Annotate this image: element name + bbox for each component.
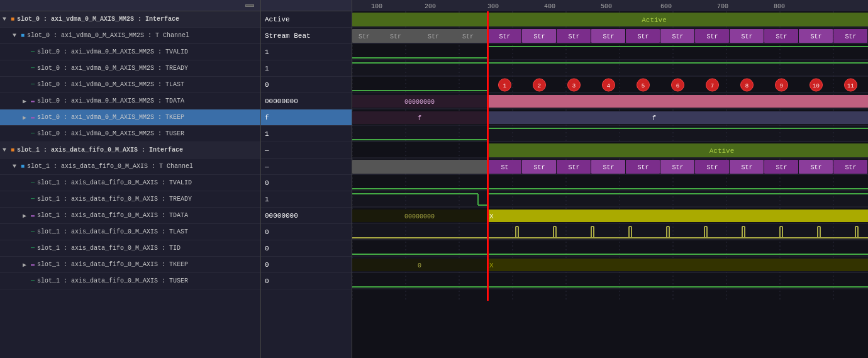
cursor-line: [487, 11, 489, 301]
svg-text:100: 100: [371, 3, 382, 10]
svg-text:Str: Str: [603, 33, 614, 40]
tree-row-3[interactable]: ─ slot_0 : axi_vdma_0_M_AXIS_MM2S : TREA…: [0, 60, 260, 77]
signal-icon-1: ■: [21, 32, 25, 39]
svg-rect-145: [352, 160, 487, 174]
tree-row-4[interactable]: ─ slot_0 : axi_vdma_0_M_AXIS_MM2S : TLAS…: [0, 77, 260, 93]
signal-icon-9: ■: [21, 163, 25, 170]
tree-row-1[interactable]: ▼ ■ slot_0 : axi_vdma_0_M_AXIS_MM2S : T …: [0, 28, 260, 44]
svg-rect-231: [487, 259, 868, 271]
svg-rect-138: [487, 111, 868, 124]
value-row-2: 1: [261, 44, 352, 60]
svg-rect-56: [352, 13, 868, 26]
value-row-13: 0: [261, 224, 352, 240]
svg-text:Str: Str: [845, 164, 856, 171]
value-row-10: 0: [261, 175, 352, 191]
svg-text:Str: Str: [637, 164, 648, 171]
expand-icon-15[interactable]: ▶: [23, 261, 29, 269]
signal-icon-7: ─: [31, 130, 35, 137]
tree-row-2[interactable]: ─ slot_0 : axi_vdma_0_M_AXIS_MM2S : TVAL…: [0, 44, 260, 60]
idle-button[interactable]: [245, 4, 254, 7]
svg-text:7: 7: [711, 83, 714, 89]
tree-row-8[interactable]: ▼ ■ slot_1 : axis_data_fifo_0_M_AXIS : I…: [0, 142, 260, 159]
expand-icon-12[interactable]: ▶: [23, 212, 29, 220]
svg-text:0: 0: [418, 262, 421, 269]
tree-label-9: slot_1 : axis_data_fifo_0_M_AXIS : T Cha…: [27, 163, 193, 170]
svg-text:Str: Str: [706, 33, 718, 40]
svg-text:Str: Str: [359, 33, 370, 40]
svg-text:Str: Str: [776, 164, 787, 171]
tree-label-14: slot_1 : axis_data_fifo_0_M_AXIS : TID: [37, 245, 181, 252]
svg-text:Str: Str: [533, 164, 545, 171]
waveform-rows: Active Str Str Str Str Str Str Str Str S…: [352, 11, 868, 301]
tree-row-14[interactable]: ─ slot_1 : axis_data_fifo_0_M_AXIS : TID: [0, 240, 260, 257]
value-row-9: —: [261, 159, 352, 175]
tree-label-4: slot_0 : axi_vdma_0_M_AXIS_MM2S : TLAST: [37, 81, 184, 88]
svg-text:Str: Str: [462, 33, 474, 40]
svg-text:Str: Str: [499, 33, 510, 40]
tree-row-10[interactable]: ─ slot_1 : axis_data_fifo_0_M_AXIS : TVA…: [0, 175, 260, 191]
signal-icon-4: ─: [31, 81, 35, 88]
svg-text:8: 8: [745, 83, 748, 89]
value-row-16: 0: [261, 273, 352, 289]
svg-text:Active: Active: [709, 147, 735, 155]
value-row-8: —: [261, 142, 352, 159]
tree-row-0[interactable]: ▼ ■ slot_0 : axi_vdma_0_M_AXIS_MM2S : In…: [0, 11, 260, 28]
svg-text:3: 3: [572, 83, 576, 89]
left-panel: ▼ ■ slot_0 : axi_vdma_0_M_AXIS_MM2S : In…: [0, 0, 261, 358]
svg-text:Str: Str: [810, 33, 821, 40]
expand-icon-9[interactable]: ▼: [13, 163, 19, 170]
time-ruler: 100 200 300 400 500 600 700 800: [352, 0, 868, 11]
value-row-3: 1: [261, 60, 352, 77]
expand-icon-1[interactable]: ▼: [13, 32, 19, 39]
svg-text:200: 200: [425, 3, 436, 10]
svg-text:f: f: [418, 115, 421, 122]
svg-text:Str: Str: [706, 164, 718, 171]
signal-icon-10: ─: [31, 179, 35, 186]
waveform-time-header: 100 200 300 400 500 600 700 800: [352, 0, 868, 11]
expand-icon-8[interactable]: ▼: [3, 147, 9, 154]
value-row-5: 00000000: [261, 93, 352, 109]
value-row-0: Active: [261, 11, 352, 28]
svg-text:1: 1: [503, 83, 506, 89]
tree-label-5: slot_0 : axi_vdma_0_M_AXIS_MM2S : TDATA: [37, 98, 184, 104]
svg-text:Str: Str: [672, 164, 683, 171]
value-row-11: 1: [261, 191, 352, 208]
waveform-container[interactable]: Active Str Str Str Str Str Str Str Str S…: [352, 11, 868, 358]
value-list: ActiveStream Beat11000000000f1——01000000…: [261, 11, 352, 358]
svg-text:5: 5: [642, 83, 645, 89]
value-row-14: 0: [261, 240, 352, 257]
tree-row-15[interactable]: ▶ ▬ slot_1 : axis_data_fifo_0_M_AXIS : T…: [0, 257, 260, 273]
signal-icon-5: ▬: [31, 98, 35, 104]
tree-row-11[interactable]: ─ slot_1 : axis_data_fifo_0_M_AXIS : TRE…: [0, 191, 260, 208]
svg-text:500: 500: [601, 3, 612, 10]
value-row-4: 0: [261, 77, 352, 93]
tree-label-11: slot_1 : axis_data_fifo_0_M_AXIS : TREAD…: [37, 196, 192, 203]
tree-label-2: slot_0 : axi_vdma_0_M_AXIS_MM2S : TVALID: [37, 48, 188, 55]
tree-row-13[interactable]: ─ slot_1 : axis_data_fifo_0_M_AXIS : TLA…: [0, 224, 260, 240]
tree-row-9[interactable]: ▼ ■ slot_1 : axis_data_fifo_0_M_AXIS : T…: [0, 159, 260, 175]
tree-label-8: slot_1 : axis_data_fifo_0_M_AXIS : Inter…: [17, 147, 183, 154]
tree-label-7: slot_0 : axi_vdma_0_M_AXIS_MM2S : TUSER: [37, 130, 184, 137]
svg-text:St: St: [501, 164, 508, 171]
svg-text:11: 11: [847, 83, 854, 89]
tree-row-6[interactable]: ▶ ▬ slot_0 : axi_vdma_0_M_AXIS_MM2S : TK…: [0, 109, 260, 126]
tree-label-6: slot_0 : axi_vdma_0_M_AXIS_MM2S : TKEEP: [37, 114, 184, 121]
tree-label-13: slot_1 : axis_data_fifo_0_M_AXIS : TLAST: [37, 228, 188, 235]
svg-text:9: 9: [780, 83, 783, 89]
svg-text:Str: Str: [428, 33, 439, 40]
signal-icon-3: ─: [31, 65, 35, 72]
tree-row-5[interactable]: ▶ ▬ slot_0 : axi_vdma_0_M_AXIS_MM2S : TD…: [0, 93, 260, 109]
tree-row-12[interactable]: ▶ ▬ slot_1 : axis_data_fifo_0_M_AXIS : T…: [0, 208, 260, 224]
expand-icon-0[interactable]: ▼: [3, 16, 9, 23]
expand-icon-5[interactable]: ▶: [23, 98, 29, 105]
svg-text:400: 400: [544, 3, 555, 10]
expand-icon-6[interactable]: ▶: [23, 114, 29, 121]
tree-row-7[interactable]: ─ slot_0 : axi_vdma_0_M_AXIS_MM2S : TUSE…: [0, 126, 260, 142]
svg-text:00000000: 00000000: [404, 213, 435, 220]
signal-icon-2: ─: [31, 48, 35, 55]
signal-icon-0: ■: [11, 16, 14, 23]
svg-text:Str: Str: [845, 33, 856, 40]
tree-row-16[interactable]: ─ slot_1 : axis_data_fifo_0_M_AXIS : TUS…: [0, 273, 260, 289]
tree-label-10: slot_1 : axis_data_fifo_0_M_AXIS : TVALI…: [37, 179, 192, 186]
tree-label-12: slot_1 : axis_data_fifo_0_M_AXIS : TDATA: [37, 212, 188, 219]
